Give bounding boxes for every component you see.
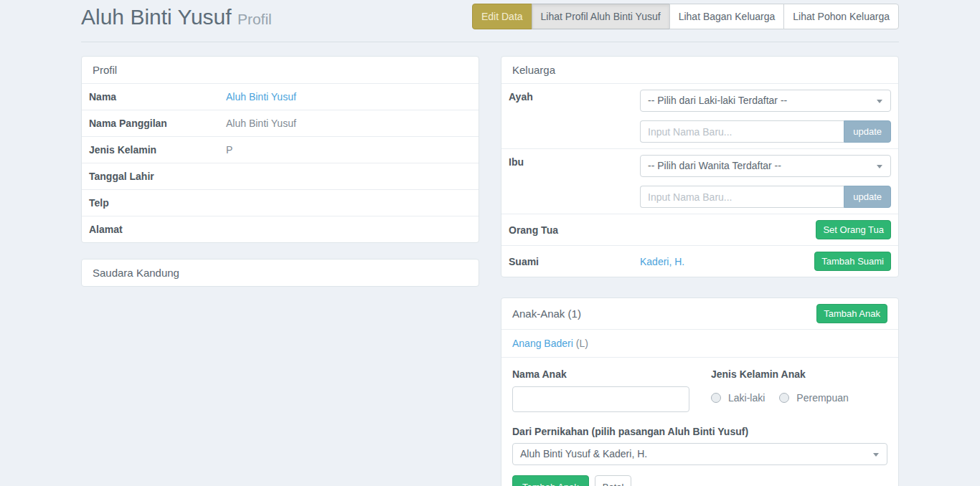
profil-panel: Profil Nama Aluh Binti Yusuf Nama Panggi… bbox=[81, 56, 479, 243]
nama-link[interactable]: Aluh Binti Yusuf bbox=[226, 91, 296, 103]
child-list-item: Anang Baderi (L) bbox=[501, 329, 898, 357]
row-value bbox=[220, 216, 479, 242]
batal-button[interactable]: Batal bbox=[595, 475, 632, 486]
ayah-update-button[interactable]: update bbox=[844, 120, 891, 143]
child-name-link[interactable]: Anang Baderi bbox=[512, 338, 573, 349]
ibu-row: Ibu -- Pilih dari Wanita Terdaftar -- up… bbox=[501, 148, 898, 214]
right-column: Keluarga Ayah -- Pilih dari Laki-laki Te… bbox=[501, 56, 899, 486]
tambah-anak-header-button[interactable]: Tambah Anak bbox=[816, 304, 887, 323]
table-row-tanggal-lahir: Tanggal Lahir bbox=[82, 163, 479, 189]
main-content: Profil Nama Aluh Binti Yusuf Nama Panggi… bbox=[81, 56, 899, 486]
suami-link[interactable]: Kaderi, H. bbox=[640, 256, 684, 267]
table-row-alamat: Alamat bbox=[82, 216, 479, 242]
anak-anak-panel-title: Anak-Anak (1) bbox=[512, 308, 581, 320]
pernikahan-select-value: Aluh Binti Yusuf & Kaderi, H. bbox=[520, 448, 647, 459]
child-gender-label: (L) bbox=[576, 338, 588, 349]
row-value: Aluh Binti Yusuf bbox=[220, 110, 479, 136]
row-label: Tanggal Lahir bbox=[82, 163, 220, 189]
nama-anak-label: Nama Anak bbox=[512, 368, 689, 380]
saudara-kandung-panel: Saudara Kandung bbox=[81, 259, 479, 287]
ayah-label: Ayah bbox=[509, 90, 640, 103]
radio-laki-laki-label[interactable]: Laki-laki bbox=[728, 392, 765, 404]
radio-perempuan[interactable] bbox=[779, 393, 789, 403]
ibu-select-value: -- Pilih dari Wanita Terdaftar -- bbox=[648, 160, 781, 171]
ibu-update-button[interactable]: update bbox=[844, 186, 891, 208]
ayah-name-input[interactable] bbox=[640, 120, 844, 143]
profil-table: Nama Aluh Binti Yusuf Nama Panggilan Alu… bbox=[82, 83, 479, 242]
suami-row: Suami Kaderi, H. Tambah Suami bbox=[501, 245, 898, 277]
edit-data-button[interactable]: Edit Data bbox=[472, 4, 532, 29]
keluarga-panel-title: Keluarga bbox=[501, 57, 898, 83]
lihat-pohon-keluarga-button[interactable]: Lihat Pohon Keluarga bbox=[783, 4, 899, 29]
row-label: Telp bbox=[82, 190, 220, 216]
profil-panel-title: Profil bbox=[82, 57, 479, 83]
suami-label: Suami bbox=[509, 256, 640, 267]
left-column: Profil Nama Aluh Binti Yusuf Nama Panggi… bbox=[81, 56, 479, 287]
ibu-label: Ibu bbox=[509, 155, 640, 168]
person-name-heading: Aluh Binti Yusuf bbox=[81, 5, 232, 29]
row-label: Jenis Kelamin bbox=[82, 137, 220, 163]
ayah-input-group: update bbox=[640, 120, 891, 143]
gender-radio-group: Laki-laki Perempuan bbox=[711, 392, 887, 404]
row-label: Nama bbox=[82, 84, 220, 110]
add-child-form: Nama Anak Jenis Kelamin Anak Laki-laki P… bbox=[501, 357, 898, 486]
page-container: Aluh Binti Yusuf Profil Edit Data Lihat … bbox=[81, 0, 899, 486]
page-subtitle: Profil bbox=[237, 11, 272, 27]
jenis-kelamin-anak-label: Jenis Kelamin Anak bbox=[711, 368, 887, 380]
row-value bbox=[220, 163, 479, 189]
tambah-suami-button[interactable]: Tambah Suami bbox=[814, 252, 891, 271]
form-actions: Tambah Anak Batal bbox=[512, 475, 887, 486]
ayah-row: Ayah -- Pilih dari Laki-laki Terdaftar -… bbox=[501, 83, 898, 148]
dari-pernikahan-label: Dari Pernikahan (pilih pasangan Aluh Bin… bbox=[512, 426, 887, 437]
lihat-bagan-keluarga-button[interactable]: Lihat Bagan Keluarga bbox=[669, 4, 785, 29]
table-row-nama-panggilan: Nama Panggilan Aluh Binti Yusuf bbox=[82, 110, 479, 136]
radio-perempuan-label[interactable]: Perempuan bbox=[796, 392, 848, 404]
anak-anak-panel: Anak-Anak (1) Tambah Anak Anang Baderi (… bbox=[501, 297, 899, 486]
anak-anak-panel-header: Anak-Anak (1) Tambah Anak bbox=[501, 298, 898, 329]
ayah-select[interactable]: -- Pilih dari Laki-laki Terdaftar -- bbox=[640, 90, 891, 112]
table-row-nama: Nama Aluh Binti Yusuf bbox=[82, 83, 479, 110]
orang-tua-row: Orang Tua Set Orang Tua bbox=[501, 214, 898, 245]
ibu-select[interactable]: -- Pilih dari Wanita Terdaftar -- bbox=[640, 155, 891, 177]
header-divider bbox=[81, 42, 899, 42]
table-row-jenis-kelamin: Jenis Kelamin P bbox=[82, 136, 479, 163]
keluarga-panel: Keluarga Ayah -- Pilih dari Laki-laki Te… bbox=[501, 56, 899, 277]
tambah-anak-submit-button[interactable]: Tambah Anak bbox=[512, 475, 589, 486]
ibu-input-group: update bbox=[640, 186, 891, 208]
nama-anak-input[interactable] bbox=[512, 386, 689, 412]
view-switch-button-group: Edit Data Lihat Profil Aluh Binti Yusuf … bbox=[472, 4, 899, 29]
radio-laki-laki[interactable] bbox=[711, 393, 721, 403]
set-orang-tua-button[interactable]: Set Orang Tua bbox=[816, 220, 891, 239]
saudara-kandung-panel-title: Saudara Kandung bbox=[82, 259, 479, 286]
ibu-name-input[interactable] bbox=[640, 186, 844, 208]
row-value: P bbox=[220, 137, 479, 163]
row-label: Nama Panggilan bbox=[82, 110, 220, 136]
row-value bbox=[220, 190, 479, 216]
ayah-select-value: -- Pilih dari Laki-laki Terdaftar -- bbox=[648, 95, 787, 106]
page-title: Aluh Binti Yusuf Profil bbox=[81, 4, 272, 32]
row-label: Alamat bbox=[82, 216, 220, 242]
page-header: Aluh Binti Yusuf Profil Edit Data Lihat … bbox=[81, 0, 899, 32]
orang-tua-label: Orang Tua bbox=[509, 224, 640, 236]
lihat-profil-button[interactable]: Lihat Profil Aluh Binti Yusuf bbox=[532, 4, 670, 29]
pernikahan-select[interactable]: Aluh Binti Yusuf & Kaderi, H. bbox=[512, 443, 887, 465]
table-row-telp: Telp bbox=[82, 189, 479, 216]
